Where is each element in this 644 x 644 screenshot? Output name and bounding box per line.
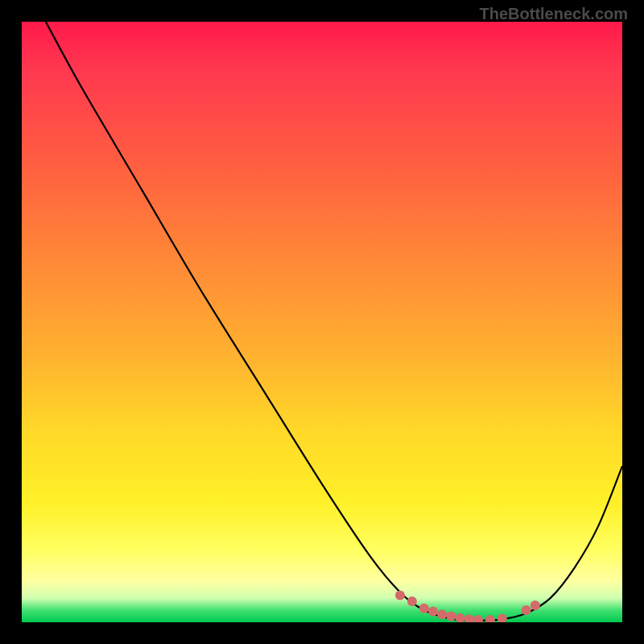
marker-dot bbox=[437, 609, 447, 619]
marker-dot bbox=[428, 607, 438, 617]
marker-dot bbox=[419, 604, 429, 613]
marker-dot bbox=[446, 612, 456, 621]
marker-dot bbox=[497, 614, 507, 622]
marker-dot bbox=[485, 615, 495, 622]
chart-svg bbox=[22, 22, 622, 622]
marker-dot bbox=[395, 590, 405, 600]
watermark-text: TheBottleneck.com bbox=[480, 5, 628, 23]
marker-dot bbox=[456, 613, 465, 622]
marker-dot bbox=[464, 614, 474, 622]
marker-dot bbox=[407, 597, 417, 606]
marker-dot bbox=[473, 615, 483, 622]
marker-dot bbox=[522, 605, 531, 615]
plot-area bbox=[22, 22, 622, 622]
marker-dot bbox=[530, 601, 540, 610]
bottleneck-curve bbox=[46, 22, 622, 621]
